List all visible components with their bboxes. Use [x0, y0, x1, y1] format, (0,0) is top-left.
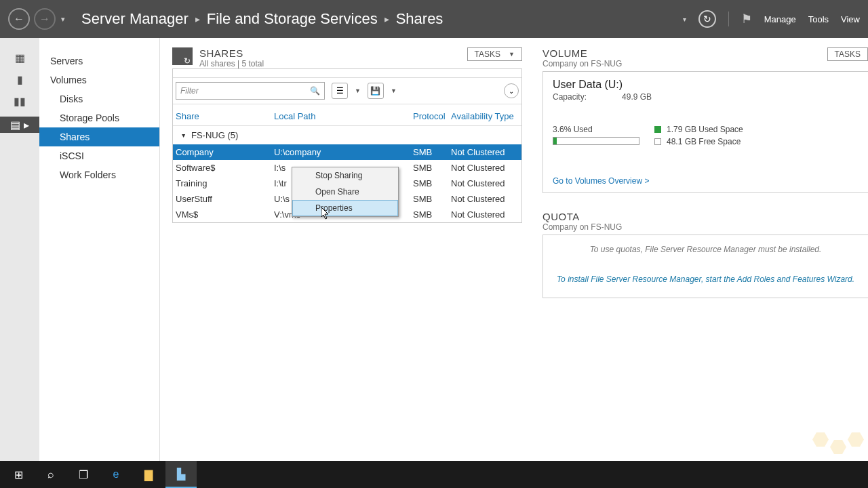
breadcrumb-section[interactable]: File and Storage Services	[207, 10, 378, 28]
cell-avail: Not Clustered	[451, 147, 521, 157]
refresh-button[interactable]: ↻	[698, 10, 716, 28]
quota-message: To use quotas, File Server Resource Mana…	[543, 235, 868, 274]
breadcrumb-page[interactable]: Shares	[396, 10, 443, 28]
notifications-flag-icon[interactable]: ⚑	[741, 12, 752, 26]
server-manager-icon[interactable]: ▙	[165, 461, 197, 488]
explorer-icon[interactable]: ▇	[133, 461, 164, 488]
sidebar-item-iscsi[interactable]: iSCSI	[39, 146, 159, 165]
search-button[interactable]: ⌕	[35, 461, 66, 488]
quota-title: QUOTA	[542, 211, 868, 222]
context-menu: Stop Sharing Open Share Properties	[292, 167, 399, 217]
used-swatch	[654, 126, 661, 133]
sidebar-item-volumes[interactable]: Volumes	[39, 70, 159, 89]
cell-proto: SMB	[413, 194, 451, 204]
history-drop-icon[interactable]: ▾	[61, 15, 65, 24]
shares-tasks-button[interactable]: TASKS▼	[467, 47, 522, 61]
save-query-button[interactable]: 💾	[368, 83, 384, 99]
quota-subtitle: Company on FS-NUG	[542, 222, 868, 232]
dropdown-icon[interactable]: ▾	[683, 16, 686, 23]
expand-button[interactable]: ⌄	[504, 83, 519, 98]
col-availability[interactable]: Availability Type	[451, 111, 521, 121]
filter-input[interactable]: Filter 🔍	[176, 82, 325, 100]
cell-share: Training	[176, 178, 274, 188]
cell-avail: Not Clustered	[451, 163, 521, 173]
sidebar: Servers Volumes Disks Storage Pools Shar…	[39, 38, 160, 461]
tasks-label: TASKS	[835, 49, 861, 59]
tasks-label: TASKS	[475, 49, 500, 59]
shares-panel-icon	[172, 47, 193, 65]
view-menu[interactable]: View	[841, 14, 860, 24]
cell-avail: Not Clustered	[451, 209, 521, 220]
group-label: FS-NUG (5)	[191, 130, 238, 140]
capacity-value: 49.9 GB	[622, 92, 652, 102]
group-row[interactable]: ▸FS-NUG (5)	[173, 126, 521, 144]
used-space: 1.79 GB Used Space	[667, 125, 743, 134]
search-icon[interactable]: 🔍	[310, 86, 320, 96]
cell-path: U:\company	[274, 147, 413, 157]
chevron-icon: ▸	[384, 14, 389, 24]
start-button[interactable]: ⊞	[3, 461, 34, 488]
manage-menu[interactable]: Manage	[764, 14, 796, 24]
back-button[interactable]: ←	[8, 8, 30, 30]
ctx-properties[interactable]: Properties	[292, 200, 398, 216]
sidebar-item-disks[interactable]: Disks	[39, 89, 159, 108]
col-protocol[interactable]: Protocol	[413, 111, 451, 121]
used-percent: 3.6% Used	[553, 125, 654, 134]
forward-button[interactable]: →	[34, 8, 56, 30]
divider	[728, 12, 729, 26]
sidebar-item-shares[interactable]: Shares	[39, 127, 159, 146]
col-share[interactable]: Share	[176, 111, 274, 121]
cell-share: Company	[176, 147, 274, 157]
all-servers-icon[interactable]: ▮▮	[12, 95, 27, 107]
col-path[interactable]: Local Path	[274, 111, 413, 121]
view-options-button[interactable]: ☰	[332, 83, 348, 99]
cell-share: Software$	[176, 163, 274, 173]
breadcrumb-app[interactable]: Server Manager	[81, 10, 189, 28]
volume-tasks-button[interactable]: TASKS	[827, 47, 868, 61]
ctx-open-share[interactable]: Open Share	[292, 184, 398, 200]
breadcrumb: Server Manager ▸ File and Storage Servic…	[81, 10, 683, 28]
cell-proto: SMB	[413, 163, 451, 173]
shares-subtitle: All shares | 5 total	[199, 59, 264, 68]
cell-share: VMs$	[176, 209, 274, 220]
sidebar-item-storage-pools[interactable]: Storage Pools	[39, 108, 159, 127]
volume-name: User Data (U:)	[553, 79, 859, 91]
cell-avail: Not Clustered	[451, 178, 521, 188]
cell-avail: Not Clustered	[451, 194, 521, 204]
taskbar: ⊞ ⌕ ❐ e ▇ ▙	[0, 461, 868, 488]
capacity-label: Capacity:	[553, 92, 587, 102]
tools-menu[interactable]: Tools	[808, 14, 829, 24]
usage-bar	[553, 137, 639, 145]
filter-placeholder: Filter	[180, 86, 199, 96]
free-swatch	[654, 138, 661, 145]
volume-subtitle: Company on FS-NUG	[542, 59, 622, 68]
ctx-stop-sharing[interactable]: Stop Sharing	[292, 167, 398, 184]
volume-title: VOLUME	[542, 47, 622, 59]
watermark	[812, 432, 864, 454]
nav-rail: ▦ ▮ ▮▮ ▤ ▸	[0, 38, 39, 461]
local-server-icon[interactable]: ▮	[12, 73, 27, 85]
ie-icon[interactable]: e	[100, 461, 132, 488]
sidebar-item-work-folders[interactable]: Work Folders	[39, 165, 159, 184]
cell-proto: SMB	[413, 147, 451, 157]
cell-proto: SMB	[413, 178, 451, 188]
cell-share: UserStuff	[176, 194, 274, 204]
sidebar-item-servers[interactable]: Servers	[39, 52, 159, 70]
titlebar: ← → ▾ Server Manager ▸ File and Storage …	[0, 0, 868, 38]
dashboard-icon[interactable]: ▦	[12, 52, 27, 64]
free-space: 48.1 GB Free Space	[667, 137, 741, 146]
task-view-button[interactable]: ❐	[68, 461, 99, 488]
table-row[interactable]: Company U:\company SMB Not Clustered	[173, 144, 521, 160]
volumes-overview-link[interactable]: Go to Volumes Overview >	[553, 176, 859, 186]
chevron-icon: ▸	[195, 14, 200, 24]
shares-title: SHARES	[199, 47, 264, 59]
cell-proto: SMB	[413, 209, 451, 220]
quota-install-link[interactable]: To install File Server Resource Manager,…	[543, 274, 868, 298]
file-storage-icon[interactable]: ▤ ▸	[0, 117, 39, 133]
